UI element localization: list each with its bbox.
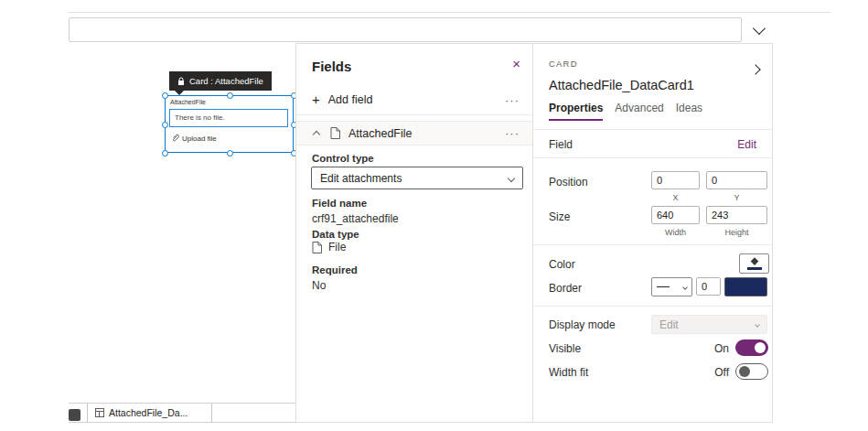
document-icon: [330, 127, 340, 139]
visible-label: Visible: [549, 342, 581, 355]
resize-handle[interactable]: [227, 150, 233, 156]
required-label: Required: [312, 264, 358, 275]
visible-toggle[interactable]: [735, 339, 768, 356]
field-item-more-icon[interactable]: ···: [505, 127, 520, 139]
bottom-tab-label: AttachedFile_Da...: [109, 407, 188, 418]
divider: [533, 306, 772, 307]
card-field-label: AttachedFile: [170, 99, 206, 105]
divider: [533, 244, 772, 245]
tab-advanced[interactable]: Advanced: [615, 102, 663, 121]
color-picker-button[interactable]: [739, 253, 769, 274]
divider: [533, 129, 772, 130]
file-icon: [312, 242, 322, 253]
canvas[interactable]: Card : AttachedFile AttachedFile There i…: [69, 43, 295, 403]
visible-state-text: On: [714, 342, 729, 355]
selected-control-title: AttachedFile_DataCard1: [549, 78, 694, 92]
no-file-text: There is no file.: [175, 113, 225, 122]
power-apps-studio: Card : AttachedFile AttachedFile There i…: [0, 0, 868, 431]
plus-icon: +: [312, 92, 320, 106]
paperclip-icon: [171, 134, 179, 143]
expand-panel-button[interactable]: [752, 60, 759, 77]
formula-bar-expand-button[interactable]: [744, 18, 774, 42]
selection-tooltip-label: Card : AttachedFile: [189, 76, 263, 86]
data-type-label: Data type: [312, 229, 359, 240]
add-field-label: Add field: [328, 93, 373, 106]
screen-tab-bar: AttachedFile_Da...: [69, 403, 295, 423]
card-grid-icon: [95, 408, 104, 417]
border-color-swatch[interactable]: [724, 277, 767, 296]
color-preview-bar: [747, 267, 762, 270]
upload-file-label: Upload file: [182, 135, 217, 143]
size-label: Size: [549, 210, 570, 223]
size-width-input[interactable]: [651, 206, 700, 224]
attachments-control[interactable]: There is no file.: [169, 109, 288, 127]
screen-icon[interactable]: [69, 409, 80, 421]
add-field-button[interactable]: + Add field: [312, 92, 372, 106]
y-caption: Y: [706, 193, 767, 202]
chevron-down-icon: [508, 174, 515, 181]
close-icon[interactable]: ×: [512, 57, 520, 70]
control-type-value: Edit attachments: [320, 172, 402, 185]
field-item-label: AttachedFile: [348, 127, 412, 140]
chevron-down-icon: [755, 322, 760, 328]
display-mode-label: Display mode: [549, 318, 616, 331]
size-height-input[interactable]: [706, 206, 767, 224]
breadcrumb: CARD: [549, 59, 578, 69]
width-fit-label: Width fit: [549, 366, 588, 379]
chevron-down-icon: [752, 22, 765, 35]
display-mode-value: Edit: [659, 318, 679, 331]
position-label: Position: [549, 176, 588, 189]
resize-handle[interactable]: [162, 122, 168, 128]
position-x-input[interactable]: [651, 171, 700, 189]
field-name-label: Field name: [312, 198, 367, 209]
line-style-icon: [657, 286, 670, 288]
lock-icon: [177, 77, 185, 86]
width-fit-state-text: Off: [714, 366, 729, 379]
tab-properties[interactable]: Properties: [549, 102, 603, 121]
field-name-value: crf91_attachedfile: [312, 212, 399, 225]
control-type-dropdown[interactable]: Edit attachments: [311, 167, 523, 189]
resize-handle[interactable]: [227, 92, 233, 99]
color-label: Color: [549, 258, 575, 271]
divider: [296, 114, 532, 115]
control-type-label: Control type: [312, 153, 374, 164]
data-type-value: File: [328, 241, 346, 253]
divider: [533, 157, 772, 158]
required-value: No: [312, 279, 326, 292]
width-fit-toggle[interactable]: [735, 363, 768, 380]
border-style-dropdown[interactable]: [651, 277, 692, 296]
attachedfile-datacard[interactable]: AttachedFile There is no file. Upload fi…: [165, 95, 294, 153]
data-type-row: File: [312, 241, 346, 253]
properties-panel: CARD AttachedFile_DataCard1 Properties A…: [533, 43, 773, 423]
fields-panel-title: Fields: [312, 59, 351, 74]
field-item-attachedfile[interactable]: AttachedFile ···: [296, 121, 532, 145]
border-label: Border: [549, 282, 582, 295]
upload-file-link[interactable]: Upload file: [171, 134, 217, 143]
add-field-more-icon[interactable]: ···: [505, 94, 520, 106]
formula-bar-input[interactable]: [69, 17, 742, 42]
position-y-input[interactable]: [706, 171, 767, 189]
resize-handle[interactable]: [162, 150, 168, 156]
resize-handle[interactable]: [162, 92, 168, 99]
top-divider: [69, 12, 830, 13]
chevron-down-icon: [682, 285, 688, 290]
border-thickness-input[interactable]: [696, 277, 721, 296]
fields-panel: Fields × + Add field ··· AttachedFile ··…: [295, 43, 533, 423]
chevron-right-icon: [750, 64, 760, 74]
field-row-label: Field: [549, 138, 573, 151]
selection-tooltip: Card : AttachedFile: [169, 71, 272, 91]
display-mode-dropdown: Edit: [651, 315, 767, 334]
chevron-up-icon[interactable]: [313, 131, 320, 138]
tab-ideas[interactable]: Ideas: [676, 102, 702, 121]
toggle-knob: [755, 342, 766, 353]
toggle-knob: [739, 366, 750, 377]
width-caption: Width: [651, 228, 700, 237]
paint-bucket-icon: [748, 257, 761, 266]
height-caption: Height: [706, 228, 767, 237]
bottom-tab-attachedfile-datacard[interactable]: AttachedFile_Da...: [87, 404, 212, 422]
edit-field-link[interactable]: Edit: [737, 138, 756, 151]
x-caption: X: [651, 193, 700, 202]
panel-tabs: Properties Advanced Ideas: [549, 102, 702, 121]
